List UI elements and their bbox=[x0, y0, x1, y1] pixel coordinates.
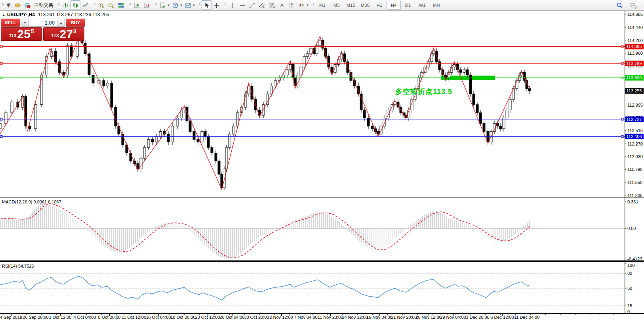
horizontal-line-icon bbox=[239, 2, 246, 9]
order-menu-label[interactable]: 单 bbox=[5, 2, 13, 9]
dropdown-caret-icon[interactable]: ▼ bbox=[306, 4, 309, 7]
zoom-out-icon[interactable] bbox=[106, 0, 116, 10]
timeframe-m30-button[interactable]: M30 bbox=[358, 1, 372, 10]
label-icon[interactable]: T bbox=[287, 0, 297, 10]
sell-price-big: 25 bbox=[17, 28, 30, 40]
templates-icon[interactable] bbox=[183, 0, 193, 10]
timeframe-mn-button[interactable]: MN bbox=[429, 1, 444, 10]
svg-text:0: 0 bbox=[627, 309, 630, 314]
svg-text:A: A bbox=[280, 2, 284, 8]
chat-icon[interactable] bbox=[629, 0, 638, 10]
cursor-icon[interactable] bbox=[202, 0, 211, 10]
buy-price-button[interactable]: 113 27 3 bbox=[43, 27, 84, 41]
text-icon[interactable]: A bbox=[277, 0, 287, 10]
svg-text:114.685: 114.685 bbox=[627, 12, 643, 17]
horizontal-line-icon[interactable] bbox=[237, 0, 247, 10]
timeframe-w1-button[interactable]: W1 bbox=[415, 1, 429, 10]
toolbar-grip[interactable] bbox=[312, 2, 314, 9]
timeframe-h1-button[interactable]: H1 bbox=[372, 1, 387, 10]
svg-text:2 Nov 12:00: 2 Nov 12:00 bbox=[269, 315, 293, 320]
volume-decrease-button[interactable]: ▼ bbox=[21, 19, 29, 26]
svg-text:4 Oct 04:00: 4 Oct 04:00 bbox=[74, 315, 96, 320]
dropdown-caret-icon[interactable]: ▼ bbox=[179, 4, 183, 7]
autotrade-button-label[interactable]: 自动交易 bbox=[32, 2, 55, 9]
one-click-trading-panel: SELL ▼ ▲ BUY 113 25 5 113 27 3 bbox=[1, 19, 85, 41]
volume-input[interactable] bbox=[29, 19, 57, 26]
volume-increase-button[interactable]: ▲ bbox=[57, 19, 65, 26]
toolbar-grip[interactable] bbox=[2, 2, 4, 9]
toolbar-group: ▼▼▼ bbox=[153, 0, 197, 10]
auto-scroll-icon[interactable] bbox=[132, 0, 142, 10]
fibonacci-icon[interactable]: F bbox=[267, 0, 277, 10]
search-icon[interactable] bbox=[615, 0, 625, 10]
autotrade-status-icon[interactable] bbox=[23, 0, 32, 10]
toolbar-grip[interactable] bbox=[93, 2, 95, 9]
svg-text:112.406: 112.406 bbox=[627, 134, 642, 139]
svg-text:111.305: 111.305 bbox=[627, 193, 642, 198]
svg-text:29 Nov 04:00: 29 Nov 04:00 bbox=[440, 315, 466, 320]
toolbar-grip[interactable] bbox=[129, 2, 131, 9]
buy-price-big: 27 bbox=[60, 28, 73, 40]
tile-windows-icon[interactable] bbox=[116, 0, 126, 10]
bars-chart-icon bbox=[62, 2, 69, 9]
timeframe-m15-button[interactable]: M15 bbox=[344, 1, 358, 10]
periods-icon[interactable] bbox=[170, 0, 180, 10]
tile-windows-icon bbox=[118, 2, 124, 9]
dropdown-caret-icon[interactable]: ▼ bbox=[167, 4, 170, 7]
crosshair-icon[interactable] bbox=[211, 0, 221, 10]
sell-price-pip: 5 bbox=[31, 28, 34, 34]
timeframe-h4-button[interactable]: H4 bbox=[387, 1, 401, 10]
toolbar-grip[interactable] bbox=[155, 2, 157, 9]
svg-text:11 Dec 04:00: 11 Dec 04:00 bbox=[514, 315, 540, 320]
toolbar-grip[interactable] bbox=[199, 2, 201, 9]
svg-text:112.995: 112.995 bbox=[627, 103, 643, 107]
new-order-icon bbox=[14, 2, 21, 9]
svg-text:112.270: 112.270 bbox=[627, 142, 643, 146]
sell-price-button[interactable]: 113 25 5 bbox=[1, 27, 42, 41]
toolbar-grip[interactable] bbox=[225, 2, 227, 9]
price-axis[interactable]: 114.685114.440114.200113.960113.720113.4… bbox=[625, 12, 643, 198]
line-chart-icon[interactable] bbox=[80, 0, 90, 10]
fibonacci-icon: F bbox=[269, 2, 275, 9]
indicators-icon bbox=[159, 2, 166, 9]
new-order-icon[interactable] bbox=[13, 0, 23, 10]
chart-text-annotation[interactable]: 多空转折点113.5 bbox=[395, 87, 452, 96]
timeframe-m5-button[interactable]: M5 bbox=[330, 1, 344, 10]
svg-text:14 Nov 12:00: 14 Nov 12:00 bbox=[342, 315, 368, 320]
svg-text:16 Oct 04:00: 16 Oct 04:00 bbox=[146, 315, 171, 320]
toolbar-grip[interactable] bbox=[58, 2, 60, 9]
zoom-in-icon[interactable] bbox=[96, 0, 106, 10]
channel-icon[interactable]: E bbox=[257, 0, 267, 10]
collapse-panel-icon[interactable]: ▲ bbox=[2, 13, 6, 17]
chart-canvas[interactable]: 114.685114.440114.200113.960113.720113.4… bbox=[0, 0, 644, 320]
chart-shift-icon[interactable] bbox=[142, 0, 152, 10]
timeframe-m1-button[interactable]: M1 bbox=[315, 1, 330, 10]
candlestick-chart-icon[interactable] bbox=[70, 0, 80, 10]
trendline-icon[interactable] bbox=[247, 0, 257, 10]
bars-chart-icon[interactable] bbox=[61, 0, 70, 10]
macd-name: MACD(12,26,9) bbox=[2, 199, 32, 204]
svg-text:50: 50 bbox=[627, 286, 632, 291]
timeframe-d1-button[interactable]: D1 bbox=[401, 1, 415, 10]
indicators-icon[interactable] bbox=[158, 0, 168, 10]
svg-text:8 Oct 20:00: 8 Oct 20:00 bbox=[98, 315, 121, 320]
svg-text:113.500: 113.500 bbox=[627, 75, 642, 80]
toolbar-right bbox=[615, 0, 644, 10]
svg-text:0.00: 0.00 bbox=[627, 226, 636, 231]
rsi-value: 54.7526 bbox=[18, 264, 34, 268]
svg-text:26 Oct 04:00: 26 Oct 04:00 bbox=[220, 315, 245, 320]
arrows-icon[interactable] bbox=[297, 0, 307, 10]
dropdown-caret-icon[interactable]: ▼ bbox=[192, 4, 196, 7]
time-axis[interactable]: 4 Sep 201826 Sep 20:001 Oct 12:004 Oct 0… bbox=[0, 314, 621, 320]
svg-text:80: 80 bbox=[627, 271, 632, 276]
autotrade-status-icon bbox=[24, 2, 31, 9]
svg-text:19 Nov 04:00: 19 Nov 04:00 bbox=[366, 315, 392, 320]
trendline-icon bbox=[249, 2, 255, 9]
macd-values: 0.0961 0.1067 bbox=[33, 199, 61, 204]
rsi-name: RSI(14) bbox=[2, 264, 17, 268]
toolbar-group bbox=[127, 0, 153, 10]
sell-button[interactable]: SELL bbox=[1, 19, 20, 27]
svg-text:F: F bbox=[273, 6, 275, 8]
vertical-line-icon[interactable] bbox=[227, 0, 237, 10]
buy-button[interactable]: BUY bbox=[66, 19, 85, 27]
